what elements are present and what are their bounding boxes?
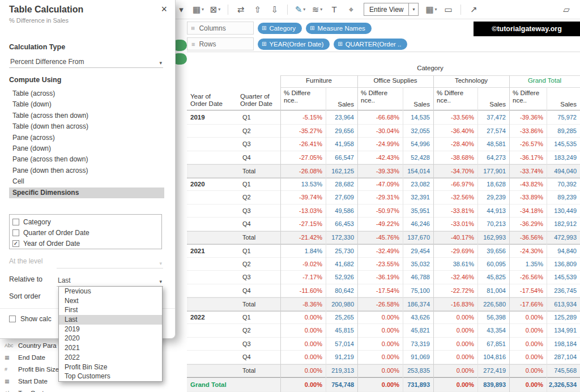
pct-diff-cell[interactable]: 0.00% bbox=[280, 353, 326, 360]
pct-diff-cell[interactable]: -49.22% bbox=[357, 220, 403, 227]
sales-cell[interactable]: 94,840 bbox=[547, 248, 580, 254]
pct-diff-cell[interactable]: 0.00% bbox=[509, 327, 547, 334]
compute-option[interactable]: Pane (down then across) bbox=[9, 165, 164, 176]
sales-cell[interactable]: 57,014 bbox=[326, 340, 357, 347]
quarter-header[interactable]: Q3 bbox=[237, 207, 280, 214]
quarter-header[interactable]: Total bbox=[237, 234, 280, 241]
pct-diff-cell[interactable]: -30.04% bbox=[357, 127, 403, 134]
pct-diff-cell[interactable]: -26.56% bbox=[509, 274, 547, 280]
sort-descending-icon[interactable]: ⇩ bbox=[267, 5, 283, 15]
pct-diff-cell[interactable]: -36.29% bbox=[509, 220, 547, 227]
show-hide-cards-icon[interactable]: ▦▾ bbox=[423, 5, 439, 15]
pct-diff-cell[interactable]: 0.00% bbox=[280, 367, 326, 374]
pct-diff-cell[interactable]: -42.43% bbox=[357, 154, 403, 161]
sales-cell[interactable]: 745,568 bbox=[547, 367, 580, 374]
quarter-header[interactable]: Q1 bbox=[237, 314, 280, 321]
pct-diff-cell[interactable]: -33.01% bbox=[433, 220, 477, 227]
checkbox-icon[interactable] bbox=[12, 219, 19, 225]
pct-diff-cell[interactable]: 0.00% bbox=[357, 353, 403, 360]
pct-diff-cell[interactable]: -39.36% bbox=[509, 114, 547, 121]
pct-diff-cell[interactable]: -32.49% bbox=[357, 248, 403, 254]
dimension-checkbox-row[interactable]: ✓Year of Order Date bbox=[12, 238, 161, 249]
pct-diff-cell[interactable]: -23.55% bbox=[357, 261, 403, 267]
sales-cell[interactable]: 29,239 bbox=[477, 194, 509, 201]
pct-diff-cell[interactable]: -24.30% bbox=[509, 248, 547, 254]
pct-diff-cell[interactable]: 0.00% bbox=[433, 327, 477, 334]
sales-cell[interactable]: 54,996 bbox=[403, 140, 433, 147]
sales-cell[interactable]: 145,539 bbox=[547, 274, 580, 280]
relative-to-dropdown[interactable]: Last ▾ bbox=[57, 273, 163, 287]
sales-cell[interactable]: 172,330 bbox=[326, 234, 357, 241]
menu-item[interactable]: First bbox=[59, 305, 162, 315]
pct-diff-cell[interactable]: 0.00% bbox=[280, 340, 326, 347]
measure-header[interactable]: % Differe nce.. bbox=[361, 90, 400, 104]
checkbox-icon[interactable]: ✓ bbox=[12, 240, 19, 247]
sales-cell[interactable]: 2,326,534 bbox=[547, 381, 580, 388]
sales-cell[interactable]: 56,398 bbox=[477, 314, 509, 321]
sales-cell[interactable]: 67,851 bbox=[477, 340, 509, 347]
sales-cell[interactable]: 35,951 bbox=[403, 207, 433, 214]
pct-diff-cell[interactable]: 0.00% bbox=[509, 367, 547, 374]
sales-cell[interactable]: 75,972 bbox=[547, 114, 580, 121]
presentation-mode-icon[interactable]: ▭ bbox=[440, 5, 456, 15]
pct-diff-cell[interactable]: -26.57% bbox=[509, 140, 547, 147]
sales-cell[interactable]: 29,454 bbox=[403, 248, 433, 254]
measure-header[interactable]: % Differe nce.. bbox=[284, 90, 323, 104]
pct-diff-cell[interactable]: 0.00% bbox=[433, 353, 477, 360]
measure-header[interactable]: % Differe nce.. bbox=[513, 90, 544, 104]
sales-cell[interactable]: 32,391 bbox=[403, 194, 433, 201]
sales-cell[interactable]: 46,788 bbox=[403, 274, 433, 280]
pct-diff-cell[interactable]: -36.17% bbox=[509, 154, 547, 161]
menu-item[interactable]: Top Customers bbox=[59, 372, 162, 381]
pct-diff-cell[interactable]: -24.99% bbox=[357, 140, 403, 147]
quarter-header[interactable]: Q1 bbox=[237, 248, 280, 254]
pct-diff-cell[interactable]: -11.60% bbox=[280, 287, 326, 294]
sales-cell[interactable]: 226,580 bbox=[477, 301, 509, 308]
pct-diff-cell[interactable]: 0.00% bbox=[509, 381, 547, 388]
menu-item[interactable]: 2020 bbox=[59, 334, 162, 343]
quarter-header[interactable]: Q2 bbox=[237, 194, 280, 201]
columns-pill[interactable]: ⊞Measure Names bbox=[306, 23, 372, 34]
sales-cell[interactable]: 177,901 bbox=[477, 168, 509, 174]
sales-cell[interactable]: 45,821 bbox=[403, 327, 433, 334]
sales-cell[interactable]: 28,682 bbox=[326, 181, 357, 188]
sales-cell[interactable]: 137,670 bbox=[403, 234, 433, 241]
sales-cell[interactable]: 81,004 bbox=[477, 287, 509, 294]
sales-cell[interactable]: 253,835 bbox=[403, 367, 433, 374]
pct-diff-cell[interactable]: -34.18% bbox=[509, 207, 547, 214]
sales-cell[interactable]: 104,816 bbox=[477, 353, 509, 360]
pct-diff-cell[interactable]: 0.00% bbox=[357, 340, 403, 347]
quarter-header[interactable]: Q4 bbox=[237, 287, 280, 294]
share-icon[interactable]: ↗ bbox=[466, 5, 481, 15]
measure-header[interactable]: Sales bbox=[477, 101, 506, 108]
sales-cell[interactable]: 41,682 bbox=[326, 261, 357, 267]
category-group-header[interactable]: Technology bbox=[433, 77, 509, 84]
pct-diff-cell[interactable]: 0.00% bbox=[357, 327, 403, 334]
clear-sheet-icon[interactable]: ⊠▾ bbox=[207, 5, 223, 15]
data-pane-field[interactable]: ▦Start Date bbox=[5, 378, 48, 385]
close-icon[interactable]: × bbox=[161, 3, 167, 15]
sales-cell[interactable]: 136,809 bbox=[547, 261, 580, 267]
pct-diff-cell[interactable]: -5.15% bbox=[280, 114, 326, 121]
sales-cell[interactable]: 66,453 bbox=[326, 220, 357, 227]
quarter-header[interactable]: Q1 bbox=[237, 181, 280, 188]
pct-diff-cell[interactable]: -17.54% bbox=[509, 287, 547, 294]
sales-cell[interactable]: 52,926 bbox=[326, 274, 357, 280]
sales-cell[interactable]: 272,419 bbox=[477, 367, 509, 374]
compute-option[interactable]: Table (across then down) bbox=[9, 110, 164, 121]
sales-cell[interactable]: 43,626 bbox=[403, 314, 433, 321]
pct-diff-cell[interactable]: -29.31% bbox=[357, 194, 403, 201]
calculation-type-dropdown[interactable]: Percent Difference From ▾ bbox=[9, 54, 163, 68]
data-pane-field[interactable]: #Profit Bin Size bbox=[5, 366, 59, 373]
pct-diff-cell[interactable]: -22.72% bbox=[433, 287, 477, 294]
pct-diff-cell[interactable]: -33.74% bbox=[509, 168, 547, 174]
sales-cell[interactable]: 45,815 bbox=[326, 327, 357, 334]
group-members-icon[interactable]: ≋▾ bbox=[309, 5, 325, 15]
sales-cell[interactable]: 75,100 bbox=[403, 287, 433, 294]
sales-cell[interactable]: 29,656 bbox=[326, 127, 357, 134]
pct-diff-cell[interactable]: -36.19% bbox=[357, 274, 403, 280]
menu-item[interactable]: Last bbox=[59, 315, 162, 325]
sales-cell[interactable]: 49,586 bbox=[326, 207, 357, 214]
pct-diff-cell[interactable]: -35.27% bbox=[280, 127, 326, 134]
data-pane-field[interactable]: ▦End Date bbox=[5, 354, 45, 361]
